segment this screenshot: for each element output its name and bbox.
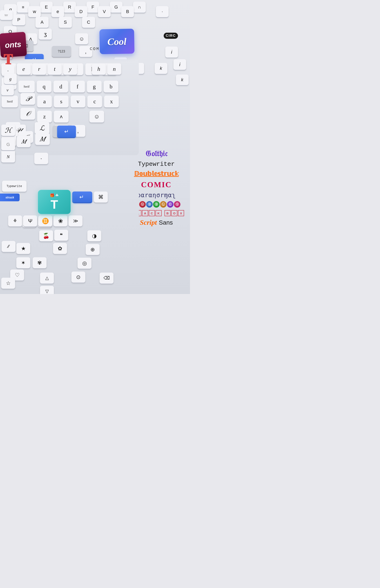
key-123-top[interactable]: ?123 (52, 46, 71, 57)
gc-h[interactable]: h (92, 63, 106, 75)
font-script-sans: Script Sans (140, 219, 173, 226)
key-b-top[interactable]: B (121, 6, 134, 17)
gc-e[interactable]: e (17, 63, 31, 75)
sk-slash1[interactable]: ⁄⁄ (2, 241, 16, 252)
ter-key[interactable]: ter (0, 10, 13, 20)
key-e2[interactable]: e (51, 6, 64, 17)
key-p[interactable]: P (12, 14, 25, 25)
key-s[interactable]: S (59, 17, 72, 28)
gk-dot2[interactable]: · (34, 153, 48, 164)
circ-badge: CIRC (164, 33, 178, 39)
key-k-top[interactable]: k (155, 63, 167, 74)
v-key-right[interactable]: v (1, 85, 14, 95)
key-v-top[interactable]: V (98, 6, 111, 17)
gc-r[interactable]: r (32, 63, 46, 75)
g-key-right[interactable]: g (4, 74, 17, 84)
sk-star[interactable]: ★ (16, 243, 30, 254)
key-dot-top[interactable]: · (156, 6, 169, 17)
sk-star2[interactable]: ✶ (16, 257, 30, 268)
gc-y[interactable]: y (63, 63, 77, 75)
teal-badge: 🎁 ☘ T (38, 190, 71, 214)
key-c[interactable]: C (82, 17, 95, 28)
key-f[interactable]: F (87, 2, 99, 13)
teal-badge-t: T (51, 198, 58, 211)
sk-cmd[interactable]: ⌘ (94, 192, 108, 202)
gc-n2[interactable]: n (107, 63, 121, 75)
symbol-keyboard-section: Typewrite 🎁 ☘ T ↵ ⌘ 〜〜 𝄞 ⚘ Ψ ♊ ❀ ≫ ❝ 🍒 ◑… (0, 178, 139, 294)
font-comic: COMIC (141, 180, 172, 189)
key-i-top[interactable]: i (165, 47, 178, 58)
app-container: ≡ E R F G ∩ q w e D V B · P A S C O ʒ ʌ … (0, 0, 190, 294)
sk-staroutline[interactable]: ☆ (1, 278, 15, 289)
sk-halfcircle[interactable]: ◑ (87, 230, 101, 241)
key-a[interactable]: A (36, 17, 49, 28)
typewriter-key[interactable]: Typewrite (2, 181, 27, 192)
struck-text: struck (5, 196, 14, 199)
font-paranormal: ρα𝚛αησ𝚛ɱαʅ (137, 192, 176, 199)
key-smiley-top[interactable]: ☺ (75, 33, 88, 44)
sk-delete2[interactable]: ⌫ (100, 273, 114, 284)
sk-ring[interactable]: ⊕ (86, 244, 100, 255)
gk-m[interactable]: 𝑀 (17, 136, 31, 147)
k-key-right[interactable]: k (176, 75, 189, 85)
gc-t[interactable]: t (48, 63, 62, 75)
sk-flower[interactable]: ❀ (54, 216, 67, 226)
sk-person[interactable]: ⚘ (8, 216, 22, 226)
i-key-right[interactable]: i (173, 59, 186, 70)
gk-n3[interactable]: N (1, 151, 15, 162)
sk-flower2[interactable]: ✿ (53, 243, 67, 254)
key-w-top[interactable]: w (28, 6, 41, 17)
sk-trident[interactable]: Ψ (23, 216, 37, 226)
key-2[interactable]: ʒ (39, 29, 52, 39)
font-typewriter: Typewriter (138, 161, 175, 168)
key-d[interactable]: D (75, 6, 87, 17)
font-bubbles: Ⓑ Ⓤ Ⓑ Ⓑ Ⓛ Ⓔ Ⓢ (132, 201, 180, 208)
cool-badge-text: Cool (107, 36, 127, 47)
struck-badge: struck (0, 194, 19, 201)
key-g[interactable]: G (110, 2, 122, 13)
gk-h2[interactable]: ℋ (1, 125, 15, 136)
key-menu[interactable]: ≡ (17, 2, 29, 13)
sk-cherry[interactable]: 🍒 (39, 230, 53, 241)
sk-triangle-up[interactable]: △ (40, 273, 54, 284)
teal-badge-icons: 🎁 ☘ (50, 193, 58, 198)
font-doublestruck: 𝔻𝕠𝕦𝕓𝕝𝕖𝕤𝕥𝕣𝕦𝕔𝕜 (134, 170, 179, 178)
sk-quote[interactable]: ❝ (54, 230, 68, 241)
sk-dotcircle[interactable]: ⊙ (71, 272, 85, 283)
gk-g2[interactable]: G (1, 139, 15, 150)
sk-dblangle[interactable]: ≫ (69, 216, 82, 226)
cool-badge: Cool (99, 29, 134, 54)
key-r-top[interactable]: R (63, 2, 76, 13)
sk-target[interactable]: ◎ (77, 258, 92, 269)
fonts-badge-text: onts (5, 40, 22, 49)
key-e-top[interactable]: E (40, 2, 53, 13)
fonts-t-logo: 𝐓 (3, 51, 13, 68)
sk-blue-enter[interactable]: ↵ (72, 192, 91, 202)
sk-flower3[interactable]: ✾ (33, 257, 47, 268)
key-n-top[interactable]: ∩ (133, 2, 146, 13)
sk-triangle-down[interactable]: ▽ (40, 286, 54, 294)
sk-swirl2[interactable]: ♊ (38, 216, 52, 226)
font-gothic: 𝔊𝔬𝔩𝔱𝔥𝔦𝔠 (145, 149, 167, 158)
